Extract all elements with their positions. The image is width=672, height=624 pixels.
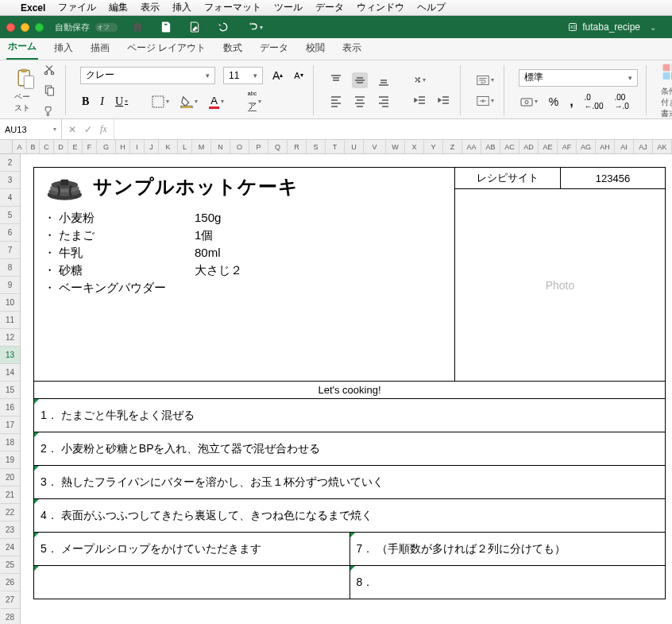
row-header[interactable]: 5	[0, 207, 20, 224]
menu-edit[interactable]: 編集	[109, 1, 128, 14]
row-header[interactable]: 24	[0, 539, 20, 556]
align-top-icon[interactable]	[328, 72, 344, 88]
col-header[interactable]: K	[159, 140, 178, 153]
menu-tools[interactable]: ツール	[274, 1, 303, 14]
col-header[interactable]: L	[178, 140, 192, 153]
increase-font-icon[interactable]: A▴	[271, 68, 284, 83]
menu-data[interactable]: データ	[315, 1, 344, 14]
row-header[interactable]: 9	[0, 277, 20, 294]
underline-button[interactable]: U▾	[114, 94, 129, 110]
tab-view[interactable]: 表示	[341, 37, 363, 60]
app-name[interactable]: Excel	[21, 2, 45, 14]
font-size-select[interactable]: 11▾	[223, 67, 263, 84]
col-header[interactable]: R	[288, 140, 307, 153]
chevron-down-icon[interactable]: ⌄	[650, 23, 656, 32]
select-all-corner[interactable]	[0, 140, 13, 153]
autosave-pill[interactable]: オフ	[95, 22, 118, 33]
row-header[interactable]: 19	[0, 452, 20, 469]
font-color-icon[interactable]: A▾	[207, 93, 226, 110]
italic-button[interactable]: I	[98, 94, 106, 110]
row-header[interactable]: 27	[0, 591, 20, 609]
col-header[interactable]: Y	[424, 140, 443, 153]
borders-icon[interactable]: ▾	[150, 94, 171, 110]
tab-review[interactable]: 校閲	[304, 37, 326, 60]
row-header[interactable]: 2	[0, 154, 20, 172]
col-header[interactable]: T	[326, 140, 345, 153]
col-header[interactable]: P	[249, 140, 268, 153]
col-header[interactable]: B	[27, 140, 40, 153]
copy-icon[interactable]	[41, 83, 57, 99]
row-header[interactable]: 28	[0, 609, 20, 624]
format-painter-icon[interactable]	[41, 103, 57, 119]
col-header[interactable]: E	[68, 140, 83, 153]
cancel-formula-icon[interactable]: ✕	[68, 124, 76, 135]
row-header[interactable]: 8	[0, 259, 20, 277]
align-bottom-icon[interactable]	[376, 72, 392, 88]
col-header[interactable]: Z	[443, 140, 462, 153]
comma-icon[interactable]: ,	[568, 93, 574, 110]
row-header[interactable]: 15	[0, 382, 20, 399]
col-header[interactable]: AF	[558, 140, 577, 153]
cut-icon[interactable]	[41, 62, 57, 78]
name-box[interactable]: AU13▾	[0, 119, 62, 139]
col-header[interactable]: AK	[653, 140, 672, 153]
currency-icon[interactable]: ▾	[519, 94, 539, 110]
col-header[interactable]: AJ	[634, 140, 653, 153]
row-header[interactable]: 3	[0, 172, 20, 189]
row-header[interactable]: 20	[0, 469, 20, 486]
grid[interactable]: サンプルホットケーキ ・ 小麦粉150g ・ たまご1個 ・ 牛乳80ml ・ …	[21, 154, 672, 624]
col-header[interactable]: O	[230, 140, 249, 153]
menu-window[interactable]: ウィンドウ	[357, 1, 404, 14]
tab-data[interactable]: データ	[258, 37, 290, 60]
row-header[interactable]: 22	[0, 504, 20, 521]
tab-pagelayout[interactable]: ページ レイアウト	[126, 37, 207, 60]
zoom-window-button[interactable]	[35, 23, 44, 32]
row-header[interactable]: 10	[0, 294, 20, 312]
row-header[interactable]: 25	[0, 556, 20, 574]
decrease-indent-icon[interactable]	[412, 93, 428, 109]
col-header[interactable]: Q	[268, 140, 288, 153]
col-header[interactable]: AD	[519, 140, 539, 153]
row-header[interactable]: 11	[0, 312, 20, 329]
row-header[interactable]: 26	[0, 574, 20, 591]
row-header[interactable]: 21	[0, 486, 20, 504]
row-header[interactable]: 16	[0, 399, 20, 417]
tab-formulas[interactable]: 数式	[222, 37, 244, 60]
percent-icon[interactable]: %	[547, 94, 560, 110]
align-right-icon[interactable]	[376, 93, 392, 109]
orientation-icon[interactable]: ⤭▾	[412, 73, 427, 87]
align-center-icon[interactable]	[352, 93, 368, 109]
tab-home[interactable]: ホーム	[6, 36, 38, 60]
col-header[interactable]: AE	[539, 140, 558, 153]
fx-icon[interactable]: fx	[100, 123, 107, 135]
formula-input[interactable]	[114, 119, 672, 139]
col-header[interactable]: AH	[596, 140, 615, 153]
col-header[interactable]: I	[130, 140, 145, 153]
col-header[interactable]: H	[116, 140, 130, 153]
menu-view[interactable]: 表示	[141, 1, 160, 14]
menu-file[interactable]: ファイル	[58, 1, 96, 14]
redo-icon[interactable]: ▾	[244, 19, 265, 35]
row-header[interactable]: 18	[0, 434, 20, 452]
menu-help[interactable]: ヘルプ	[417, 1, 446, 14]
close-window-button[interactable]	[6, 23, 15, 32]
row-header[interactable]: 7	[0, 242, 20, 259]
increase-indent-icon[interactable]	[436, 93, 452, 109]
col-header[interactable]: D	[54, 140, 68, 153]
paste-button[interactable]: ペースト	[14, 68, 37, 114]
col-header[interactable]: A	[13, 140, 27, 153]
row-header[interactable]: 23	[0, 521, 20, 539]
col-header[interactable]: AC	[500, 140, 519, 153]
row-header[interactable]: 13	[0, 347, 20, 364]
merge-cells-icon[interactable]: ▾	[475, 93, 496, 109]
conditional-format-button[interactable]: 条件付き書式	[661, 62, 672, 119]
col-header[interactable]: U	[345, 140, 364, 153]
row-header[interactable]: 14	[0, 364, 20, 382]
col-header[interactable]: M	[192, 140, 211, 153]
col-header[interactable]: AA	[462, 140, 481, 153]
save-edit-icon[interactable]	[187, 19, 203, 35]
col-header[interactable]: N	[211, 140, 230, 153]
autosave-toggle[interactable]: 自動保存 オフ	[55, 21, 118, 33]
row-header[interactable]: 17	[0, 417, 20, 434]
align-middle-icon[interactable]	[352, 72, 368, 88]
